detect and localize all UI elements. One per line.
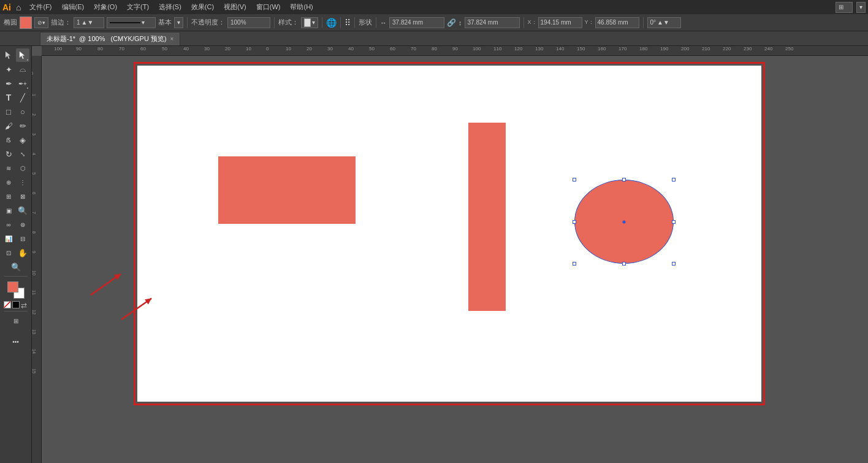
shape-rect-vertical[interactable] [468,123,506,311]
gradient-tool[interactable]: ▣ [2,204,15,217]
ruler-vtick: 0 [32,71,33,75]
symbol-sprayer-tool[interactable]: ⊛ [16,218,29,231]
menu-window[interactable]: 窗口(W) [251,1,286,13]
blob-brush-tool[interactable]: ẞ [2,133,15,147]
line-tool[interactable]: ╱ [16,91,29,104]
zoom-tool[interactable]: 🔍 [9,260,23,274]
ruler-tick: 240 [764,46,772,52]
sel-handle-bot-right[interactable] [672,262,676,266]
ruler-tick: 90 [76,46,82,52]
sel-handle-top-left[interactable] [573,178,576,182]
eyedropper-tool[interactable]: 🔍 [16,204,29,217]
shape-circle-wrapper[interactable] [574,180,674,264]
swap-colors-icon[interactable]: ⇄ [21,301,28,308]
style-label: 样式： [278,18,299,27]
shape-height-input[interactable]: 37.824 mm [465,17,520,28]
ruler-tick: 20 [225,46,230,52]
stroke-style-dropdown[interactable]: ▾ [107,17,156,28]
canvas-area[interactable]: 100 90 80 70 60 50 40 30 20 10 0 10 20 3… [32,46,868,463]
document-tab[interactable]: 未标题-1* @ 100% (CMYK/GPU 预览) × [40,32,180,45]
angle-dropdown[interactable]: 0° ▲▼ [647,17,681,28]
opacity-label: 不透明度： [191,18,225,27]
shape-width-input[interactable]: 37.824 mm [389,17,444,28]
perspective-grid-tool[interactable]: ⊞ [2,189,15,203]
variable-font-btn[interactable]: ▾ [174,17,183,28]
magic-wand-tool[interactable]: ✦ [2,63,15,76]
workspace-dropdown[interactable]: ▾ [856,2,866,13]
style-dropdown[interactable]: ▾ [301,17,318,28]
fill-stroke-swatches[interactable] [7,281,25,299]
artboard-tool[interactable]: ⊟ [16,232,29,245]
menu-file[interactable]: 文件(F) [25,1,56,13]
paintbrush-tool[interactable]: 🖌 [2,119,15,132]
mesh-tool[interactable]: ⊠ [16,189,29,203]
free-transform-tool[interactable]: ⬡ [16,161,29,175]
column-graph-tool[interactable]: 📊 [2,232,15,245]
shape-rect-horizontal[interactable] [218,156,356,224]
tool-row-14: 📊 ⊟ [0,232,31,245]
artboard[interactable] [137,66,761,402]
ruler-tick: 60 [390,46,395,52]
ruler-tick: 100 [473,46,481,52]
fill-color-swatch[interactable] [20,17,32,29]
tab-close-button[interactable]: × [170,36,174,42]
ruler-tick: 170 [619,46,626,52]
live-paint-tool[interactable]: ⋮ [16,175,29,189]
artboards-panel-tool[interactable]: ⊞ [2,314,29,327]
globe-icon[interactable]: 🌐 [326,18,337,28]
more-tools-button[interactable]: ••• [2,335,29,348]
artboard-container[interactable] [42,56,868,463]
tool-row-9: ≋ ⬡ [0,161,31,175]
fill-swatch[interactable] [7,281,18,293]
none-swap-swatches: ⇄ [4,301,28,308]
x-value-input[interactable]: 194.15 mm [538,17,582,28]
hand-tool[interactable]: ✋ [16,246,29,259]
menu-effect[interactable]: 效果(C) [186,1,219,13]
ruler-tick: 140 [556,46,564,52]
black-white-swatch[interactable] [12,301,20,308]
workspace-button[interactable]: ⊞ [836,2,853,13]
y-value-input[interactable]: 46.858 mm [595,17,639,28]
eraser-tool[interactable]: ◈ [16,133,29,147]
ruler-tick: 80 [97,46,103,52]
blend-tool[interactable]: ∞ [2,218,15,231]
home-icon[interactable]: ⌂ [16,2,21,12]
pen-tool[interactable]: ✒ [2,77,15,90]
slice-tool[interactable]: ⊡ [2,246,15,259]
grid-icon[interactable]: ⠿ [345,18,351,28]
menu-select[interactable]: 选择(S) [154,1,186,13]
rectangle-tool[interactable]: □ [2,105,15,118]
ruler-tick: 250 [785,46,793,52]
link-proportions-icon[interactable]: 🔗 [447,18,456,27]
scale-tool[interactable]: ⤡ [16,147,29,161]
lasso-tool[interactable]: ⌓ [16,63,29,76]
opacity-input[interactable]: 100% [227,17,270,28]
pencil-tool[interactable]: ✏ [16,119,29,132]
type-tool[interactable]: T [2,91,15,104]
add-anchor-tool[interactable]: ✒+ ▸ [16,77,29,90]
sel-handle-bot-left[interactable] [573,262,576,266]
shape-circle-selected[interactable] [574,180,674,264]
stroke-weight-dropdown[interactable]: 1 ▲▼ [74,17,104,28]
ruler-tick: 100 [54,46,62,52]
shape-builder-tool[interactable]: ⊕ [2,175,15,189]
menu-object[interactable]: 对象(O) [89,1,122,13]
sel-handle-top-mid[interactable] [622,178,626,182]
sel-handle-mid-left[interactable] [573,220,576,224]
direct-selection-tool[interactable]: ▸ [16,48,29,62]
menu-help[interactable]: 帮助(H) [285,1,318,13]
rotate-tool[interactable]: ↻ [2,147,15,161]
ellipse-tool[interactable]: ○ [16,105,29,118]
sel-handle-mid-right[interactable] [672,220,676,224]
selection-tool[interactable] [2,48,15,62]
sel-handle-top-right[interactable] [672,178,676,182]
menu-type[interactable]: 文字(T) [122,1,154,13]
stroke-mode-button[interactable]: ⊘▾ [34,17,48,28]
none-swatch[interactable] [4,301,11,308]
menu-edit[interactable]: 编辑(E) [57,1,89,13]
menu-view[interactable]: 视图(V) [219,1,251,13]
sel-handle-bot-mid[interactable] [622,262,626,266]
warp-tool[interactable]: ≋ [2,161,15,175]
tool-row-2: ✦ ⌓ [0,63,31,76]
color-swatch-area: ⇄ [4,281,28,308]
